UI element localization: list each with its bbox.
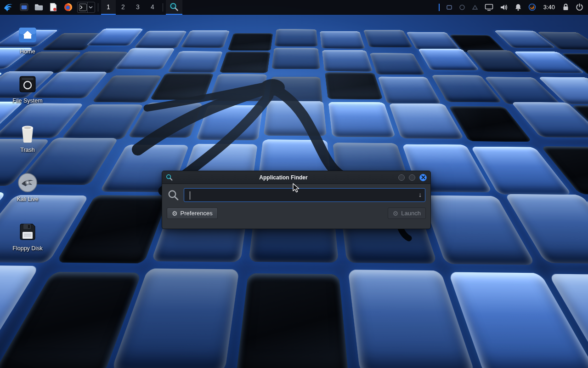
application-finder-window: Application Finder ↓ ⚙ Pre — [162, 171, 431, 229]
system-tray: 3:40 — [439, 0, 588, 14]
display-icon[interactable] — [485, 4, 493, 11]
workspace-button-3[interactable]: 3 — [130, 0, 145, 15]
wallpaper-cube — [320, 31, 365, 49]
firefox-icon — [63, 2, 73, 12]
tray-icon-3[interactable] — [472, 4, 478, 11]
launcher-files[interactable] — [17, 0, 31, 15]
volume-icon[interactable] — [500, 4, 508, 11]
kali-menu-icon — [3, 1, 14, 12]
button-row: ⚙ Preferences ⚙ Launch — [162, 205, 430, 224]
window-title: Application Finder — [173, 174, 394, 181]
mouse-cursor — [293, 183, 300, 193]
wallpaper-cube — [363, 30, 413, 47]
terminal-launcher[interactable] — [77, 2, 95, 13]
wallpaper-cube — [181, 30, 230, 48]
launcher-firefox[interactable] — [61, 0, 75, 15]
notifications-bell-icon[interactable] — [514, 3, 522, 11]
drive-icon — [17, 73, 39, 95]
preferences-button[interactable]: ⚙ Preferences — [167, 207, 218, 219]
minimize-button[interactable] — [398, 174, 405, 181]
top-panel: 1 2 3 4 — [0, 0, 588, 15]
wallpaper-cube — [274, 29, 318, 46]
launch-button[interactable]: ⚙ Launch — [388, 207, 426, 219]
launcher-file-manager[interactable] — [31, 0, 46, 15]
desktop-icon-file-system[interactable]: File System — [7, 73, 48, 104]
desktop-icon-label: Floppy Disk — [12, 245, 42, 252]
app-finder-task-icon — [170, 2, 179, 12]
desktop-icon-kali-live[interactable]: Kali Live — [7, 172, 48, 202]
wallpaper-cube — [134, 31, 187, 48]
workspace-button-1[interactable]: 1 — [101, 0, 116, 15]
cdrom-icon — [17, 172, 39, 194]
chevron-down-icon[interactable] — [87, 2, 94, 12]
desktop-icon-label: Trash — [20, 147, 35, 153]
desktop: Home File System Trash — [0, 0, 588, 368]
files-app-icon — [19, 2, 29, 12]
search-input[interactable] — [184, 189, 425, 201]
document-icon — [49, 2, 58, 12]
titlebar[interactable]: Application Finder — [162, 171, 430, 184]
logout-power-icon[interactable] — [576, 3, 583, 11]
workspace-label: 3 — [136, 3, 140, 11]
dropdown-arrow-icon[interactable]: ↓ — [418, 191, 422, 198]
tray-handle — [439, 4, 440, 11]
updates-icon[interactable] — [528, 3, 536, 11]
desktop-icon-label: File System — [12, 98, 42, 104]
lock-icon[interactable] — [562, 3, 569, 11]
wallpaper-cube — [236, 273, 349, 368]
close-button[interactable] — [419, 174, 427, 181]
app-finder-icon — [166, 174, 173, 181]
panel-separator — [163, 3, 163, 12]
launch-icon: ⚙ — [393, 210, 399, 217]
clock[interactable]: 3:40 — [543, 4, 556, 11]
workspace-label: 4 — [151, 3, 154, 11]
preferences-label: Preferences — [181, 210, 213, 217]
workspace-label: 2 — [121, 3, 125, 11]
floppy-icon — [17, 221, 39, 243]
taskbar-application-finder[interactable] — [166, 0, 182, 15]
workspace-button-4[interactable]: 4 — [145, 0, 160, 15]
terminal-icon — [79, 3, 87, 12]
workspace-button-2[interactable]: 2 — [116, 0, 130, 15]
wallpaper-cube — [228, 33, 273, 51]
launcher-text-editor[interactable] — [46, 0, 61, 15]
text-caret — [190, 191, 190, 200]
folder-icon — [34, 2, 44, 12]
maximize-button[interactable] — [409, 174, 415, 181]
applications-menu-button[interactable] — [0, 0, 17, 15]
search-field: ↓ — [184, 188, 425, 202]
launch-label: Launch — [401, 210, 421, 217]
desktop-icon-floppy-disk[interactable]: Floppy Disk — [7, 221, 48, 252]
close-icon — [421, 175, 425, 179]
tray-icon-2[interactable] — [459, 4, 465, 11]
home-folder-icon — [17, 24, 39, 46]
wallpaper-cube — [86, 29, 143, 46]
trash-icon — [17, 122, 39, 144]
gear-icon: ⚙ — [172, 210, 178, 217]
workspace-label: 1 — [107, 3, 110, 11]
panel-separator — [98, 3, 98, 12]
desktop-icon-trash[interactable]: Trash — [7, 122, 48, 153]
desktop-icon-home[interactable]: Home — [7, 24, 48, 55]
desktop-icon-label: Home — [20, 48, 35, 55]
desktop-icon-label: Kali Live — [17, 196, 38, 202]
search-icon — [167, 189, 180, 201]
tray-icon-1[interactable] — [446, 4, 452, 11]
